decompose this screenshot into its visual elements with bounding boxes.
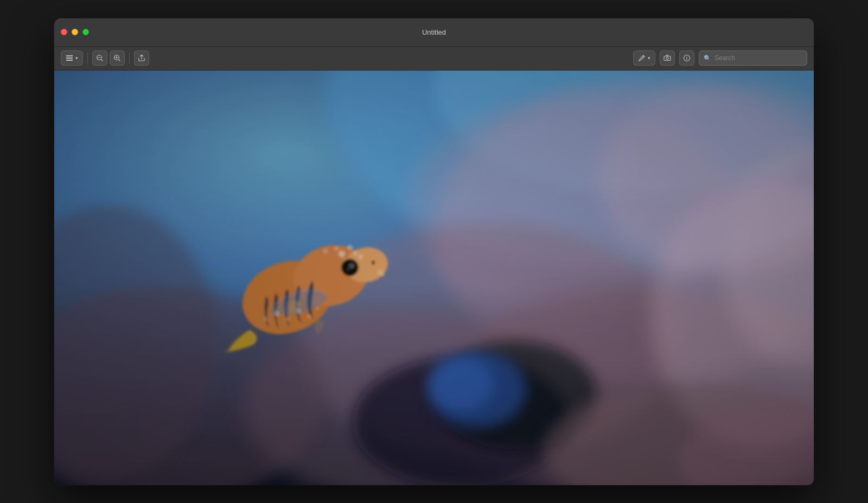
zoom-out-icon	[96, 54, 104, 62]
svg-rect-0	[66, 55, 73, 56]
chevron-down-icon-markup: ▾	[648, 55, 650, 61]
share-icon	[138, 54, 145, 62]
divider-2	[129, 53, 130, 63]
info-icon	[683, 54, 691, 62]
svg-point-15	[686, 56, 687, 56]
info-button[interactable]	[679, 50, 694, 66]
search-icon: 🔍	[704, 55, 711, 62]
svg-line-9	[119, 60, 120, 61]
fish-photo-svg	[54, 71, 814, 485]
app-window: Untitled ▾	[54, 18, 814, 485]
search-input[interactable]	[714, 54, 802, 62]
content-area	[54, 71, 814, 485]
toolbar-left: ▾	[61, 50, 149, 66]
svg-rect-58	[54, 71, 814, 485]
sidebar-icon	[66, 54, 73, 62]
svg-rect-11	[664, 56, 671, 61]
titlebar: Untitled	[54, 18, 814, 47]
svg-line-5	[101, 60, 103, 61]
chevron-down-icon: ▾	[75, 55, 78, 61]
svg-rect-1	[66, 58, 73, 59]
sidebar-toggle-button[interactable]: ▾	[61, 50, 83, 66]
photo-container	[54, 71, 814, 485]
maximize-button[interactable]	[82, 29, 89, 35]
minimize-button[interactable]	[72, 29, 78, 35]
divider-1	[87, 53, 88, 63]
svg-rect-2	[66, 60, 73, 61]
toolbar-right: ▾ 🔍	[633, 50, 807, 66]
pen-icon	[638, 54, 646, 62]
toolbar: ▾	[54, 47, 814, 71]
svg-line-10	[643, 56, 644, 58]
traffic-lights	[61, 29, 89, 35]
zoom-in-button[interactable]	[110, 50, 125, 66]
photo-canvas	[54, 71, 814, 485]
close-button[interactable]	[61, 29, 67, 35]
camera-button[interactable]	[660, 50, 675, 66]
zoom-out-button[interactable]	[92, 50, 107, 66]
window-title: Untitled	[422, 28, 446, 36]
zoom-in-icon	[113, 54, 121, 62]
markup-button[interactable]: ▾	[633, 50, 655, 66]
search-box[interactable]: 🔍	[699, 50, 807, 66]
camera-icon	[663, 54, 671, 62]
share-button[interactable]	[134, 50, 149, 66]
svg-point-12	[666, 57, 668, 59]
